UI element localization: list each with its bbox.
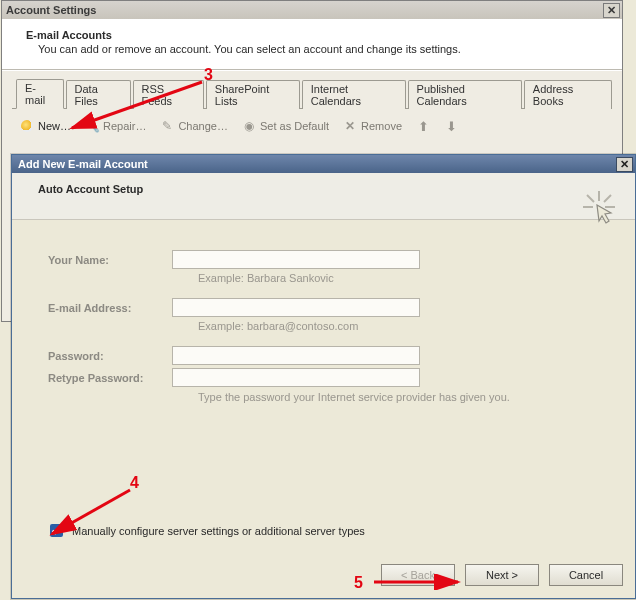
back-button[interactable]: < Back — [381, 564, 455, 586]
tab-address-books[interactable]: Address Books — [524, 80, 612, 109]
new-icon — [20, 119, 34, 133]
your-name-label: Your Name: — [48, 254, 172, 266]
manual-configure-label: Manually configure server settings or ad… — [72, 525, 365, 537]
wizard-cursor-icon — [581, 189, 617, 225]
cancel-button[interactable]: Cancel — [549, 564, 623, 586]
retype-password-label: Retype Password: — [48, 372, 172, 384]
password-input[interactable] — [172, 346, 420, 365]
email-input[interactable] — [172, 298, 420, 317]
repair-icon: 🔧 — [85, 119, 99, 133]
account-settings-toolbar: New… 🔧 Repair… ✎ Change… ◉ Set as Defaul… — [12, 109, 612, 141]
change-button-label: Change… — [178, 120, 228, 132]
account-settings-titlebar: Account Settings ✕ — [2, 1, 622, 19]
add-account-form: Your Name: Example: Barbara Sankovic E-m… — [12, 220, 635, 411]
repair-button[interactable]: 🔧 Repair… — [85, 119, 146, 133]
add-account-title: Add New E-mail Account — [18, 158, 148, 170]
remove-icon: ✕ — [343, 119, 357, 133]
account-settings-header: E-mail Accounts You can add or remove an… — [2, 19, 622, 70]
remove-button[interactable]: ✕ Remove — [343, 119, 402, 133]
repair-button-label: Repair… — [103, 120, 146, 132]
tab-published-calendars[interactable]: Published Calendars — [408, 80, 522, 109]
email-label: E-mail Address: — [48, 302, 172, 314]
remove-button-label: Remove — [361, 120, 402, 132]
move-up-button[interactable]: ⬆ — [416, 119, 430, 133]
set-default-button-label: Set as Default — [260, 120, 329, 132]
default-icon: ◉ — [242, 119, 256, 133]
account-settings-header-sub: You can add or remove an account. You ca… — [38, 43, 606, 55]
account-settings-close-button[interactable]: ✕ — [603, 3, 620, 18]
add-account-close-button[interactable]: ✕ — [616, 157, 633, 172]
svg-line-3 — [587, 195, 594, 202]
manual-configure-row[interactable]: Manually configure server settings or ad… — [46, 521, 365, 540]
tab-rss-feeds[interactable]: RSS Feeds — [133, 80, 204, 109]
tab-email[interactable]: E-mail — [16, 79, 64, 109]
your-name-input[interactable] — [172, 250, 420, 269]
tab-internet-calendars[interactable]: Internet Calendars — [302, 80, 406, 109]
retype-password-input[interactable] — [172, 368, 420, 387]
wizard-button-row: < Back Next > Cancel — [381, 564, 623, 586]
change-button[interactable]: ✎ Change… — [160, 119, 228, 133]
account-settings-title: Account Settings — [6, 4, 96, 16]
your-name-hint: Example: Barbara Sankovic — [172, 272, 613, 284]
next-button[interactable]: Next > — [465, 564, 539, 586]
account-settings-header-title: E-mail Accounts — [26, 29, 606, 41]
manual-configure-checkbox[interactable] — [50, 524, 63, 537]
add-account-header: Auto Account Setup — [12, 173, 635, 220]
tab-data-files[interactable]: Data Files — [66, 80, 131, 109]
add-email-account-window: Add New E-mail Account ✕ Auto Account Se… — [11, 154, 636, 599]
svg-line-4 — [604, 195, 611, 202]
change-icon: ✎ — [160, 119, 174, 133]
tab-sharepoint-lists[interactable]: SharePoint Lists — [206, 80, 300, 109]
password-hint: Type the password your Internet service … — [172, 391, 613, 403]
account-settings-tabs: E-mail Data Files RSS Feeds SharePoint L… — [12, 89, 612, 109]
add-account-header-title: Auto Account Setup — [38, 183, 621, 195]
password-label: Password: — [48, 350, 172, 362]
email-hint: Example: barbara@contoso.com — [172, 320, 613, 332]
add-account-titlebar: Add New E-mail Account ✕ — [12, 155, 635, 173]
move-down-button[interactable]: ⬇ — [444, 119, 458, 133]
set-default-button[interactable]: ◉ Set as Default — [242, 119, 329, 133]
new-button[interactable]: New… — [20, 119, 71, 133]
new-button-label: New… — [38, 120, 71, 132]
